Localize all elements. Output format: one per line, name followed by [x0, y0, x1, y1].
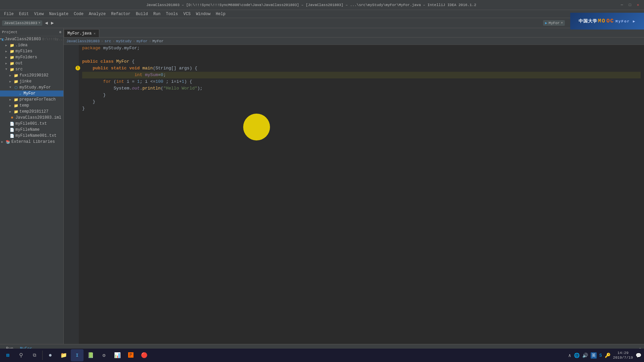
close-button[interactable]: ✕: [635, 2, 641, 8]
tab-myfor-java[interactable]: MyFor.java ✕: [64, 29, 99, 37]
editor-area: MyFor.java ✕ JavaClass201803 › src › myS…: [64, 28, 644, 344]
menu-view[interactable]: View: [32, 10, 47, 18]
bread-myfor-class[interactable]: MyFor: [153, 39, 164, 43]
code-line-1: package myStudy.myFor;: [82, 45, 641, 52]
sidebar-header: Project ⚙: [0, 28, 63, 36]
task-view-button[interactable]: ⧉: [28, 349, 41, 361]
tree-item-mystudy-myfor[interactable]: ▼ ⬡ myStudy.myFor: [0, 84, 63, 90]
code-line-8: }: [82, 92, 641, 99]
menu-refactor[interactable]: Refactor: [108, 10, 133, 18]
tree-item-temp2018[interactable]: ▶ 📁 temp20181127: [0, 109, 63, 115]
code-line-10: }: [82, 105, 641, 112]
taskbar-chrome[interactable]: ●: [44, 349, 57, 361]
menu-run[interactable]: Run: [151, 10, 163, 18]
taskbar: ⊞ ⚲ ⧉ ● 📁 I 📗 ⚙ 📊 🅿 🔴 ∧ 🌐 🔊 英 S 🔑 14:29 …: [0, 349, 644, 362]
clock[interactable]: 14:29 2019/7/19: [613, 351, 633, 360]
tree-item-external-libs[interactable]: ▶ 📚 External Libraries: [0, 139, 63, 145]
tree-item-prepare[interactable]: ▶ 📁 prepareForTeach: [0, 97, 63, 103]
tree-item-file001[interactable]: 📄 myFile001.txt: [0, 121, 63, 127]
taskbar-intellij[interactable]: I: [71, 349, 84, 361]
tray-sogou-icon[interactable]: S: [599, 353, 602, 358]
navigate-forward-button[interactable]: ▶: [50, 20, 55, 26]
tree-item-out[interactable]: ▶ 📁 out: [0, 60, 63, 66]
txt-icon: 📄: [9, 134, 15, 138]
tree-item-filename001[interactable]: 📄 myFileName001.txt: [0, 133, 63, 139]
taskbar-orange[interactable]: 🅿: [124, 349, 137, 361]
taskbar-separator: [42, 351, 43, 360]
tray-volume-icon[interactable]: 🔊: [582, 353, 588, 358]
code-editor[interactable]: ▶ ▶ package myStudy.myFor;: [64, 45, 644, 344]
warning-icon: !: [75, 66, 80, 70]
package-icon: ⬡: [13, 85, 19, 90]
menu-code[interactable]: Code: [71, 10, 86, 18]
menu-bar: File Edit View Navigate Code Analyze Ref…: [0, 10, 644, 18]
folder-icon: 📁: [13, 104, 19, 108]
tree-item-temp[interactable]: ▶ 📁 temp: [0, 103, 63, 109]
tray-network-icon[interactable]: 🌐: [574, 353, 580, 358]
tree-item-myfolders[interactable]: ▶ 📁 myFolders: [0, 54, 63, 60]
tray-extra-icon[interactable]: 🔑: [605, 353, 610, 358]
menu-vcs[interactable]: VCS: [181, 10, 194, 18]
tree-item-src[interactable]: ▼ 📁 src: [0, 66, 63, 72]
menu-help[interactable]: Help: [213, 10, 228, 18]
minimize-button[interactable]: ─: [619, 2, 625, 8]
taskbar-greenapp[interactable]: 📗: [84, 349, 97, 361]
folder-icon: 📁: [13, 79, 19, 84]
folder-icon: 📁: [9, 43, 15, 48]
tree-item-idea[interactable]: ▶ 📁 .idea: [0, 42, 63, 48]
mooc-logo: 中国大学 MOOC MyFor ▶: [570, 13, 644, 29]
run-config-selector[interactable]: ▶ MyFor ▼: [543, 20, 565, 26]
tree-item-myfiles[interactable]: ▶ 📁 myFiles: [0, 48, 63, 54]
toolbar: JavaClass201803 ▼ ◀ ▶ ▶ MyFor ▼: [0, 18, 644, 28]
title-text: JavaClass201803 – [D:\!!!Sync\!!!SyncM68…: [3, 3, 619, 7]
tree-item-fuxi[interactable]: ▶ 📁 fuxi20190102: [0, 72, 63, 78]
bread-javaeclass[interactable]: JavaClass201803: [66, 39, 100, 43]
menu-tools[interactable]: Tools: [163, 10, 181, 18]
taskbar-explorer[interactable]: 📁: [57, 349, 70, 361]
taskbar-powerpoint[interactable]: 📊: [111, 349, 124, 361]
taskbar-settings[interactable]: ⚙: [98, 349, 110, 361]
project-label: JavaClass201803: [4, 21, 37, 25]
bread-mystudy[interactable]: myStudy: [116, 39, 131, 43]
code-line-3: public class MyFor {: [82, 58, 641, 65]
tab-close-button[interactable]: ✕: [94, 32, 96, 36]
code-line-2: [82, 52, 641, 58]
yellow-circle-annotation: [243, 114, 270, 140]
maximize-button[interactable]: □: [627, 2, 633, 8]
breadcrumb: JavaClass201803 › src › myStudy › myFor …: [64, 38, 644, 45]
bread-src[interactable]: src: [105, 39, 111, 43]
tray-lang-icon[interactable]: 英: [591, 352, 597, 359]
project-selector[interactable]: JavaClass201803 ▼: [2, 20, 42, 26]
clock-date: 2019/7/19: [613, 355, 633, 360]
tray-expand-icon[interactable]: ∧: [568, 353, 571, 358]
clock-time: 14:29: [613, 351, 633, 355]
tree-item-iml[interactable]: ■ JavaClass201803.iml: [0, 115, 63, 121]
run-config-icon: ▶: [545, 21, 547, 25]
libs-icon: 📚: [5, 140, 11, 144]
menu-navigate[interactable]: Navigate: [46, 10, 71, 18]
tree-item-filename[interactable]: 📄 myFileName: [0, 127, 63, 133]
sidebar-settings-icon[interactable]: ⚙: [59, 30, 61, 34]
tray-notification-icon[interactable]: 💬: [636, 353, 641, 358]
bread-myfor[interactable]: myFor: [137, 39, 148, 43]
code-content[interactable]: package myStudy.myFor; public class MyFo…: [79, 45, 644, 344]
menu-file[interactable]: File: [1, 10, 16, 18]
tree-item-javaeclass[interactable]: ▼ ◧ JavaClass201803 D:\!!!Sy...: [0, 36, 63, 42]
tab-label: MyFor.java: [67, 31, 92, 36]
src-folder-icon: 📁: [9, 67, 15, 72]
menu-build[interactable]: Build: [133, 10, 151, 18]
tree-item-myfor[interactable]: ☕ MyFor: [0, 90, 63, 97]
menu-analyze[interactable]: Analyze: [86, 10, 108, 18]
folder-icon: 📁: [9, 61, 15, 66]
txt-icon: 📄: [9, 128, 15, 132]
tree-item-jinke[interactable]: ▶ 📁 jinke: [0, 78, 63, 84]
search-button[interactable]: ⚲: [15, 349, 28, 361]
menu-edit[interactable]: Edit: [16, 10, 32, 18]
taskbar-right: ∧ 🌐 🔊 英 S 🔑 14:29 2019/7/19 💬: [568, 351, 643, 360]
sidebar: Project ⚙ ▼ ◧ JavaClass201803 D:\!!!Sy..…: [0, 28, 64, 344]
menu-window[interactable]: Window: [193, 10, 213, 18]
start-button[interactable]: ⊞: [1, 349, 14, 361]
taskbar-red[interactable]: 🔴: [138, 349, 151, 361]
navigate-back-button[interactable]: ◀: [44, 20, 49, 26]
folder-icon: 📁: [13, 110, 19, 114]
